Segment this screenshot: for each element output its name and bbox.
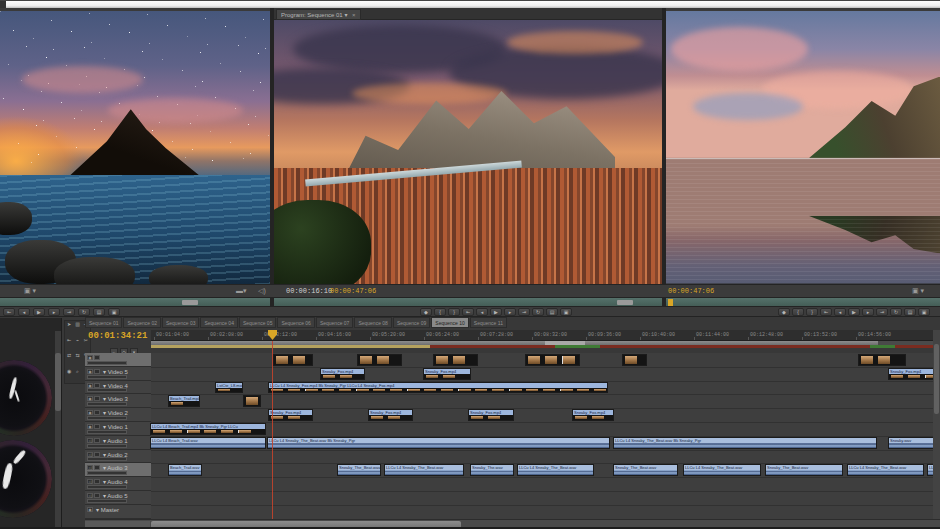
lock-icon[interactable] [94,465,100,470]
mark-in-button[interactable]: { [792,308,804,316]
video-clip[interactable]: LstCte_L8.mov [215,382,243,394]
track-keyframe-box[interactable] [87,430,127,434]
slip-tool[interactable]: ⇄ [65,352,73,368]
tab-sequence-06[interactable]: Sequence 06 [277,317,314,328]
lock-icon[interactable] [94,383,100,388]
tab-sequence-03[interactable]: Sequence 03 [162,317,199,328]
track-header-video-5[interactable]: ◉▾ Video 5 [85,367,151,381]
mark-out-button[interactable]: } [806,308,818,316]
lock-icon[interactable] [94,355,100,360]
tab-sequence-04[interactable]: Sequence 04 [200,317,237,328]
lock-icon[interactable] [94,396,100,401]
source-scrubber[interactable] [0,297,270,307]
track-keyframe-box[interactable] [87,471,127,475]
hand-tool[interactable]: ◉ [65,368,73,384]
camera-settings-button[interactable]: ▤ [93,308,105,316]
chevron-down-icon[interactable]: ▾ [344,12,347,18]
play-button[interactable]: ▶ [33,308,45,316]
eye-icon[interactable]: ◉ [87,424,93,429]
mark-out-button[interactable]: } [448,308,460,316]
audio-clip[interactable]: LLCu L4 Sneaky_The_Beat.wav Bk Sneaky_Pg… [613,437,877,449]
export-frame-button[interactable]: ▣ [560,308,572,316]
track-select-tool[interactable]: ▥ [73,321,81,337]
step-back-button[interactable]: ◂ [834,308,846,316]
track-header-video-2[interactable]: ◉▾ Video 2 [85,408,151,422]
lock-icon[interactable] [94,410,100,415]
video-clip[interactable] [273,354,313,366]
track-keyframe-box[interactable] [87,388,127,392]
source-monitor-image[interactable] [0,11,270,284]
video-clip[interactable] [858,354,906,366]
video-clip[interactable] [243,395,261,407]
tab-sequence-09[interactable]: Sequence 09 [393,317,430,328]
marker-button[interactable]: ◆ [420,308,432,316]
lock-icon[interactable] [94,424,100,429]
video-clip[interactable]: LLCu L4 Beach_Trail.mp4 Bk Sneaky_Pgr LL… [150,423,266,435]
tab-sequence-05[interactable]: Sequence 05 [239,317,276,328]
track-header-master[interactable]: ◉▾ Master [85,505,151,519]
video-clip[interactable]: Sneaky_Fox.mp4 [423,368,471,380]
video-clip[interactable]: Sneaky_Fox.mp4 [268,409,313,421]
track-keyframe-box[interactable] [87,499,127,503]
track-keyframe-box[interactable] [87,416,127,420]
step-back-button[interactable]: ◂ [18,308,30,316]
audio-clip[interactable]: LLCu L4 Sneaky_The_Beat.wav Bk Sneaky_Pg… [267,437,610,449]
video-clip[interactable] [433,354,478,366]
video-clip[interactable]: Sneaky_Fox.mp4 [320,368,365,380]
lock-icon[interactable] [94,452,100,457]
track-header-audio-5[interactable]: ◁▾ Audio 5 [85,491,151,505]
rate-stretch-tool[interactable]: ⌁ [73,337,81,353]
camera-settings-button[interactable]: ▤ [546,308,558,316]
track-keyframe-box[interactable] [87,375,127,379]
video-clip[interactable]: Beach_Trail.mp4 [168,395,200,407]
scrollbar-thumb[interactable] [934,344,939,414]
mark-in-button[interactable]: { [434,308,446,316]
speaker-icon[interactable]: ◁ [87,479,93,484]
camera-settings-button[interactable]: ▤ [904,308,916,316]
track-keyframe-box[interactable] [87,361,127,365]
go-to-out-button[interactable]: ⇥ [518,308,530,316]
close-icon[interactable]: × [352,12,356,18]
step-forward-button[interactable]: ▸ [862,308,874,316]
audio-clip[interactable]: Sneaky_The_Beat.wav [337,464,381,476]
export-frame-button[interactable]: ▣ [108,308,120,316]
slide-tool[interactable]: ⇆ [73,352,81,368]
eye-icon[interactable]: ◉ [87,396,93,401]
lock-icon[interactable] [94,369,100,374]
video-clip[interactable] [357,354,402,366]
eye-icon[interactable]: ◉ [87,355,93,360]
eye-icon[interactable]: ◉ [87,507,93,512]
scrollbar-thumb[interactable] [55,353,61,411]
reference-monitor-image[interactable] [666,11,940,284]
audio-clip[interactable]: Sneaky_The_Beat.wav [613,464,678,476]
reference-timecode[interactable]: 00:00:47:06 [668,285,714,297]
lock-icon[interactable] [94,438,100,443]
video-clip[interactable]: Sneaky_Fox.mp4 [572,409,614,421]
eye-icon[interactable]: ◉ [87,410,93,415]
track-keyframe-box[interactable] [87,402,127,406]
audio-clip[interactable]: LLCu L4 Sneaky_The_Beat.wav [847,464,924,476]
audio-clip[interactable]: LLCu L4 Sneaky_The_Beat.wav [384,464,464,476]
go-to-out-button[interactable]: ⇥ [876,308,888,316]
menu-bar[interactable] [0,0,940,8]
go-to-in-button[interactable]: ⇤ [462,308,474,316]
audio-clip[interactable]: Beach_Trail.wav [168,464,202,476]
audio-clip[interactable]: Sneaky_The_Beat.wav [765,464,843,476]
output-settings-icon[interactable]: ▣ ▾ [24,287,36,295]
track-header-video-3[interactable]: ◉▾ Video 3 [85,394,151,408]
reference-scrubber[interactable] [666,297,940,307]
tab-sequence-07[interactable]: Sequence 07 [316,317,353,328]
audio-clip[interactable]: LLCu L4 Sneaky_The_Beat.wav [683,464,761,476]
track-header-hidden[interactable]: ◉ [85,353,151,367]
audio-clip[interactable]: Sneaky_The.wav [470,464,514,476]
speaker-icon[interactable]: ◁) [258,287,266,295]
speaker-icon[interactable]: ◁ [87,438,93,443]
track-header-audio-3[interactable]: ◁▾ Audio 3 [85,463,151,477]
lock-icon[interactable] [94,479,100,484]
track-keyframe-box[interactable] [87,457,127,461]
lock-icon[interactable] [94,493,100,498]
track-keyframe-box[interactable] [87,444,127,448]
scrubber-handle[interactable] [617,300,633,305]
track-keyframe-box[interactable] [87,485,127,489]
program-monitor-image[interactable] [274,20,662,284]
